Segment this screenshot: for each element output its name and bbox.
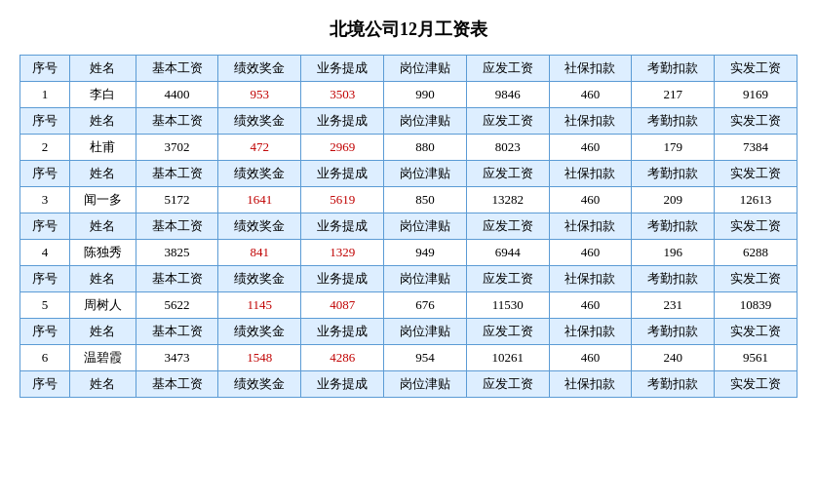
value-cell: 850 <box>384 187 467 213</box>
seq-cell: 4 <box>20 240 70 266</box>
value-cell: 5172 <box>136 187 218 213</box>
column-header: 社保扣款 <box>549 108 632 135</box>
value-cell: 3702 <box>136 135 218 161</box>
header-row: 序号姓名基本工资绩效奖金业务提成岗位津贴应发工资社保扣款考勤扣款实发工资 <box>20 266 798 292</box>
value-cell: 990 <box>384 82 467 108</box>
column-header: 考勤扣款 <box>632 161 715 187</box>
column-header: 业务提成 <box>301 108 384 135</box>
column-header: 业务提成 <box>301 161 384 187</box>
value-cell: 3825 <box>136 240 218 266</box>
column-header: 绩效奖金 <box>218 56 301 82</box>
column-header: 序号 <box>20 108 70 135</box>
value-cell: 7384 <box>715 135 798 161</box>
column-header: 考勤扣款 <box>632 266 715 292</box>
header-row: 序号姓名基本工资绩效奖金业务提成岗位津贴应发工资社保扣款考勤扣款实发工资 <box>20 319 798 345</box>
column-header: 社保扣款 <box>549 319 632 345</box>
value-cell: 954 <box>384 345 467 371</box>
value-cell: 1641 <box>218 187 301 213</box>
column-header: 姓名 <box>69 56 136 82</box>
value-cell: 4286 <box>301 345 384 371</box>
value-cell: 460 <box>549 135 632 161</box>
column-header: 岗位津贴 <box>384 108 467 135</box>
column-header: 社保扣款 <box>549 161 632 187</box>
column-header: 实发工资 <box>715 108 798 135</box>
table-row: 4陈独秀3825841132994969444601966288 <box>20 240 798 266</box>
column-header: 绩效奖金 <box>218 371 301 398</box>
column-header: 绩效奖金 <box>218 161 301 187</box>
column-header: 应发工资 <box>466 161 549 187</box>
name-cell: 杜甫 <box>69 135 136 161</box>
value-cell: 196 <box>632 240 715 266</box>
table-row: 2杜甫3702472296988080234601797384 <box>20 135 798 161</box>
column-header: 序号 <box>20 161 70 187</box>
column-header: 基本工资 <box>136 56 218 82</box>
column-header: 社保扣款 <box>549 56 632 82</box>
column-header: 实发工资 <box>715 213 798 240</box>
value-cell: 460 <box>549 187 632 213</box>
column-header: 姓名 <box>69 108 136 135</box>
column-header: 岗位津贴 <box>384 161 467 187</box>
column-header: 考勤扣款 <box>632 213 715 240</box>
column-header: 岗位津贴 <box>384 319 467 345</box>
column-header: 业务提成 <box>301 266 384 292</box>
column-header: 序号 <box>20 266 70 292</box>
value-cell: 209 <box>632 187 715 213</box>
column-header: 应发工资 <box>466 213 549 240</box>
column-header: 基本工资 <box>136 266 218 292</box>
seq-cell: 2 <box>20 135 70 161</box>
column-header: 实发工资 <box>715 319 798 345</box>
value-cell: 231 <box>632 292 715 319</box>
value-cell: 10261 <box>466 345 549 371</box>
column-header: 社保扣款 <box>549 213 632 240</box>
column-header: 考勤扣款 <box>632 56 715 82</box>
column-header: 序号 <box>20 371 70 398</box>
value-cell: 11530 <box>466 292 549 319</box>
value-cell: 3473 <box>136 345 218 371</box>
seq-cell: 1 <box>20 82 70 108</box>
column-header: 基本工资 <box>136 213 218 240</box>
column-header: 实发工资 <box>715 56 798 82</box>
name-cell: 周树人 <box>69 292 136 319</box>
column-header: 应发工资 <box>466 319 549 345</box>
table-row: 6温碧霞347315484286954102614602409561 <box>20 345 798 371</box>
value-cell: 5622 <box>136 292 218 319</box>
value-cell: 880 <box>384 135 467 161</box>
column-header: 序号 <box>20 319 70 345</box>
column-header: 姓名 <box>69 266 136 292</box>
name-cell: 陈独秀 <box>69 240 136 266</box>
column-header: 考勤扣款 <box>632 108 715 135</box>
column-header: 社保扣款 <box>549 266 632 292</box>
seq-cell: 3 <box>20 187 70 213</box>
seq-cell: 5 <box>20 292 70 319</box>
column-header: 应发工资 <box>466 56 549 82</box>
value-cell: 217 <box>632 82 715 108</box>
value-cell: 472 <box>218 135 301 161</box>
column-header: 绩效奖金 <box>218 108 301 135</box>
page-title: 北境公司12月工资表 <box>330 18 487 41</box>
column-header: 基本工资 <box>136 319 218 345</box>
name-cell: 闻一多 <box>69 187 136 213</box>
value-cell: 460 <box>549 240 632 266</box>
column-header: 序号 <box>20 213 70 240</box>
column-header: 业务提成 <box>301 371 384 398</box>
seq-cell: 6 <box>20 345 70 371</box>
column-header: 业务提成 <box>301 56 384 82</box>
value-cell: 179 <box>632 135 715 161</box>
value-cell: 9561 <box>715 345 798 371</box>
column-header: 基本工资 <box>136 161 218 187</box>
column-header: 序号 <box>20 56 70 82</box>
column-header: 社保扣款 <box>549 371 632 398</box>
value-cell: 9846 <box>466 82 549 108</box>
value-cell: 460 <box>549 292 632 319</box>
value-cell: 12613 <box>715 187 798 213</box>
column-header: 岗位津贴 <box>384 213 467 240</box>
value-cell: 8023 <box>466 135 549 161</box>
column-header: 实发工资 <box>715 266 798 292</box>
header-row: 序号姓名基本工资绩效奖金业务提成岗位津贴应发工资社保扣款考勤扣款实发工资 <box>20 161 798 187</box>
value-cell: 460 <box>549 345 632 371</box>
value-cell: 953 <box>218 82 301 108</box>
value-cell: 240 <box>632 345 715 371</box>
value-cell: 6944 <box>466 240 549 266</box>
column-header: 绩效奖金 <box>218 213 301 240</box>
header-row: 序号姓名基本工资绩效奖金业务提成岗位津贴应发工资社保扣款考勤扣款实发工资 <box>20 213 798 240</box>
